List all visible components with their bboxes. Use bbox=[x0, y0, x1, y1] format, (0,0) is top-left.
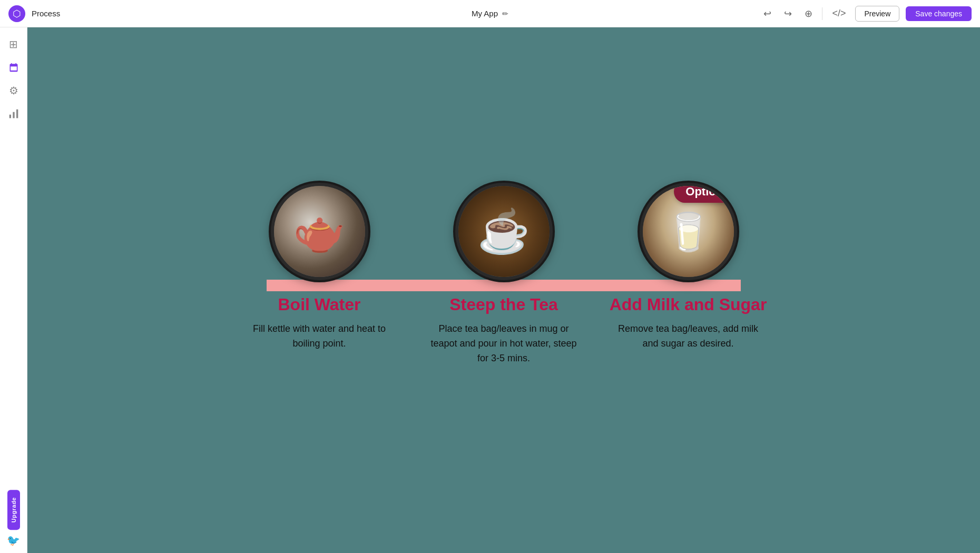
step-2-title: Steep the Tea bbox=[449, 295, 558, 314]
topbar-center: My App ✏ bbox=[472, 9, 508, 18]
step-3-image: Optional bbox=[640, 183, 737, 280]
step-2-description: Place tea bag/leaves in mug or teapot an… bbox=[425, 322, 583, 366]
svg-rect-1 bbox=[13, 112, 14, 118]
tea-image bbox=[458, 186, 550, 277]
topbar-left: ⬡ Process bbox=[8, 5, 60, 22]
svg-rect-0 bbox=[9, 115, 11, 118]
code-button[interactable]: </> bbox=[829, 6, 849, 21]
preview-button[interactable]: Preview bbox=[855, 6, 899, 22]
upgrade-button[interactable]: Upgrade bbox=[7, 490, 20, 530]
sidebar-item-chart[interactable] bbox=[3, 103, 24, 124]
svg-rect-2 bbox=[16, 110, 18, 118]
sidebar-item-pin[interactable] bbox=[3, 57, 24, 78]
step-add-milk: Optional Add Milk and Sugar Remove tea b… bbox=[596, 183, 780, 351]
logo-icon: ⬡ bbox=[13, 8, 21, 19]
optional-badge: Optional bbox=[674, 183, 737, 203]
sidebar-item-grid[interactable]: ⊞ bbox=[3, 34, 24, 55]
kettle-image bbox=[274, 186, 365, 277]
step-2-image bbox=[455, 183, 553, 280]
undo-button[interactable]: ↩ bbox=[760, 6, 775, 22]
step-3-title: Add Milk and Sugar bbox=[610, 295, 767, 314]
save-button[interactable]: Save changes bbox=[906, 6, 972, 21]
step-1-title: Boil Water bbox=[278, 295, 360, 314]
topbar-title: Process bbox=[32, 9, 60, 18]
app-logo[interactable]: ⬡ bbox=[8, 5, 25, 22]
redo-button[interactable]: ↪ bbox=[781, 6, 795, 22]
sidebar: ⊞ ⚙ Upgrade 🐦 bbox=[0, 27, 27, 553]
step-boil-water: Boil Water Fill kettle with water and he… bbox=[227, 183, 411, 351]
main-layout: ⊞ ⚙ Upgrade 🐦 Boil Water Fill kett bbox=[0, 27, 980, 553]
process-container: Boil Water Fill kettle with water and he… bbox=[227, 183, 780, 366]
step-1-image bbox=[271, 183, 368, 280]
edit-icon[interactable]: ✏ bbox=[502, 9, 508, 18]
app-name-label: My App bbox=[472, 9, 498, 18]
sidebar-bottom: Upgrade 🐦 bbox=[7, 490, 20, 547]
step-steep-tea: Steep the Tea Place tea bag/leaves in mu… bbox=[411, 183, 596, 366]
topbar: ⬡ Process My App ✏ ↩ ↪ ⊕ </> Preview Sav… bbox=[0, 0, 980, 27]
sidebar-logo: 🐦 bbox=[7, 534, 20, 547]
topbar-right: ↩ ↪ ⊕ </> Preview Save changes bbox=[760, 6, 972, 22]
pointer-button[interactable]: ⊕ bbox=[801, 6, 816, 22]
canvas: Boil Water Fill kettle with water and he… bbox=[27, 27, 980, 553]
step-3-description: Remove tea bag/leaves, add milk and suga… bbox=[609, 322, 767, 351]
toolbar-divider bbox=[822, 7, 822, 20]
sidebar-item-settings[interactable]: ⚙ bbox=[3, 80, 24, 101]
step-1-description: Fill kettle with water and heat to boili… bbox=[240, 322, 398, 351]
